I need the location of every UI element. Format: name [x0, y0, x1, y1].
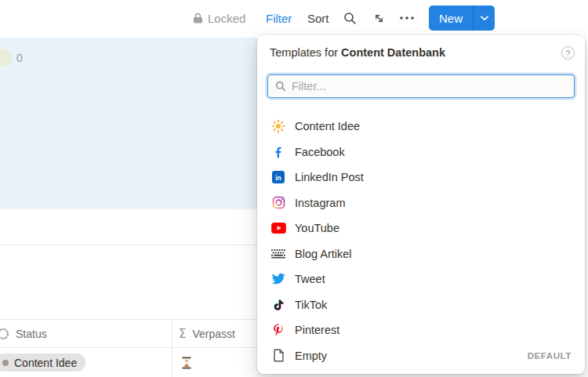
- template-item-label: LinkedIn Post: [295, 171, 364, 183]
- template-item-label: TikTok: [295, 299, 327, 311]
- template-item-youtube[interactable]: YouTube: [261, 216, 581, 241]
- template-item-tweet[interactable]: Tweet: [261, 266, 581, 292]
- youtube-icon: [270, 220, 286, 236]
- table-header-row: Status Σ Verpasst: [0, 319, 257, 348]
- app-window: Locked Filter Sort New: [0, 0, 588, 377]
- search-button[interactable]: [343, 0, 357, 36]
- tiktok-icon: [270, 297, 286, 313]
- template-item-blog-artikel[interactable]: Blog Artikel: [261, 241, 581, 267]
- template-item-label: YouTube: [295, 222, 339, 234]
- template-item-linkedin[interactable]: in LinkedIn Post: [261, 165, 581, 190]
- svg-text:in: in: [275, 174, 281, 182]
- expand-icon: [373, 13, 385, 24]
- database-toolbar: Locked Filter Sort New: [0, 0, 588, 36]
- filter-button[interactable]: Filter: [266, 0, 292, 36]
- sort-button[interactable]: Sort: [307, 0, 329, 36]
- status-column-label: Status: [16, 328, 47, 340]
- verpasst-column-header[interactable]: Σ Verpasst: [179, 320, 235, 347]
- template-item-label: Facebook: [295, 146, 345, 158]
- expand-button[interactable]: [373, 0, 385, 36]
- default-badge: DEFAULT: [528, 351, 572, 361]
- locked-label: Locked: [208, 12, 245, 25]
- popup-title: Templates for Content Datenbank: [270, 45, 554, 60]
- template-item-empty[interactable]: Empty DEFAULT: [261, 343, 581, 369]
- template-item-label: Empty: [295, 350, 327, 362]
- status-value-label: Content Idee: [14, 357, 77, 369]
- hourglass-icon: [182, 357, 191, 369]
- board-group-pill: [0, 49, 12, 67]
- template-item-label: Blog Artikel: [295, 248, 352, 260]
- locked-indicator[interactable]: Locked: [193, 0, 245, 36]
- template-item-label: Pinterest: [295, 324, 339, 336]
- more-options-button[interactable]: [400, 0, 414, 36]
- facebook-icon: [270, 144, 286, 160]
- new-button-group: New: [429, 5, 495, 31]
- sun-icon: [270, 118, 286, 134]
- section-divider: [0, 245, 257, 245]
- lock-icon: [193, 13, 203, 24]
- template-item-content-idee[interactable]: Content Idee: [261, 114, 581, 140]
- verpasst-column-label: Verpasst: [192, 328, 234, 340]
- linkedin-icon: in: [270, 169, 286, 185]
- status-spinner-icon: [0, 328, 9, 340]
- chevron-down-icon: [481, 16, 488, 21]
- status-dot-icon: [2, 360, 9, 366]
- template-item-tiktok[interactable]: TikTok: [261, 292, 581, 318]
- database-name: Content Datenbank: [341, 46, 445, 59]
- template-filter-input[interactable]: [292, 80, 567, 92]
- templates-popup: Templates for Content Datenbank ? Conten…: [257, 35, 585, 374]
- pinterest-icon: [270, 322, 286, 338]
- search-icon: [275, 81, 286, 92]
- new-dropdown-button[interactable]: [474, 5, 495, 31]
- twitter-icon: [270, 271, 286, 287]
- template-item-instagram[interactable]: Instagram: [261, 190, 581, 216]
- search-icon: [343, 12, 357, 25]
- template-item-label: Tweet: [295, 273, 325, 285]
- template-filter-field: [267, 74, 575, 98]
- board-group-count: 0: [16, 49, 23, 67]
- template-item-label: Instagram: [295, 197, 345, 209]
- sigma-icon: Σ: [179, 327, 186, 341]
- more-icon: [400, 16, 414, 20]
- template-item-pinterest[interactable]: Pinterest: [261, 317, 581, 343]
- status-value-pill[interactable]: Content Idee: [0, 353, 85, 372]
- instagram-icon: [270, 195, 286, 211]
- template-item-label: Content Idee: [295, 120, 360, 132]
- help-icon[interactable]: ?: [561, 46, 575, 60]
- table-row: Content Idee: [0, 348, 257, 377]
- board-column-panel: 0: [0, 38, 257, 209]
- new-button[interactable]: New: [429, 5, 473, 31]
- template-list: Content Idee Facebook in LinkedIn Post I…: [261, 114, 581, 368]
- status-column-header[interactable]: Status: [0, 320, 47, 347]
- keyboard-icon: [270, 246, 286, 262]
- template-item-facebook[interactable]: Facebook: [261, 140, 581, 165]
- empty-page-icon: [270, 348, 286, 364]
